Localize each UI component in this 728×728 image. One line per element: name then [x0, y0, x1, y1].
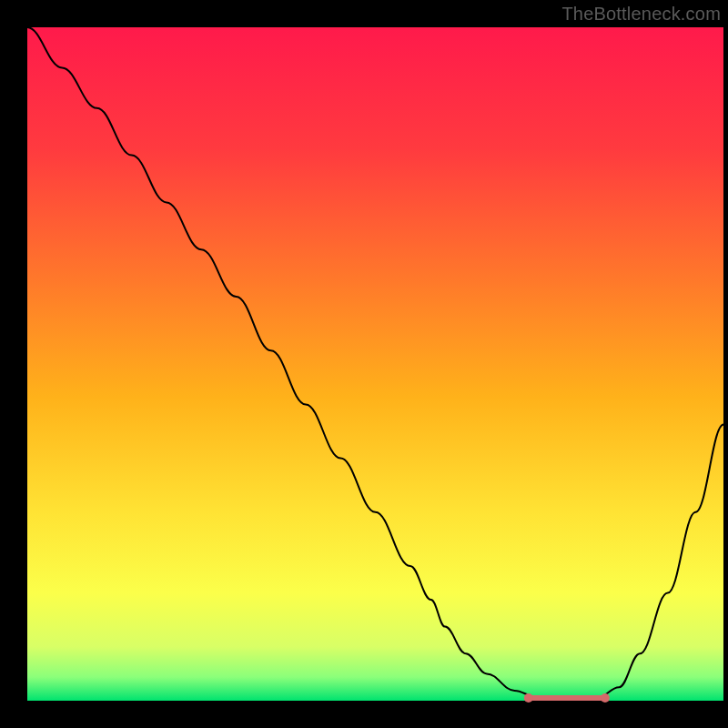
gradient-background — [27, 27, 723, 701]
watermark-text: TheBottleneck.com — [561, 4, 721, 25]
chart-canvas: TheBottleneck.com — [0, 0, 728, 728]
curve-chart — [0, 0, 728, 728]
optimal-range-start-dot — [524, 693, 533, 703]
optimal-range-end-dot — [601, 693, 610, 703]
